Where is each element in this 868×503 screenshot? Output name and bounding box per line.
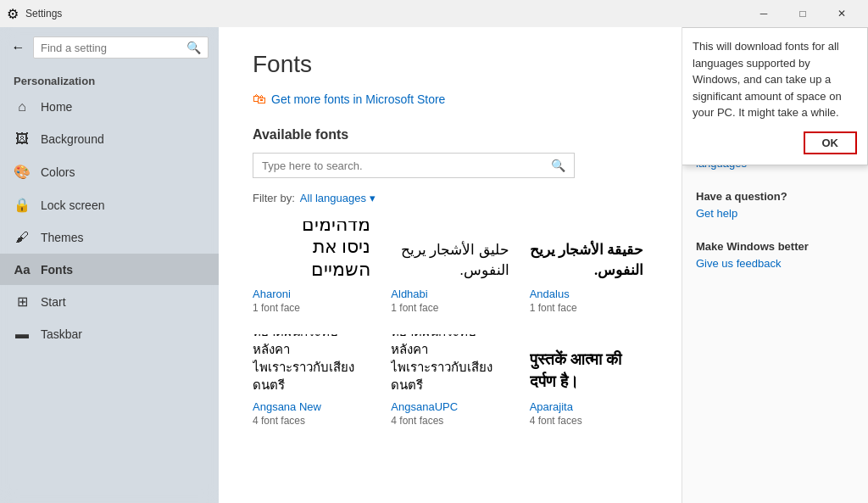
sidebar-item-label-lock: Lock screen	[41, 198, 104, 212]
font-faces-andalus: 1 font face	[530, 302, 648, 314]
sidebar-item-label-fonts: Fonts	[41, 263, 73, 277]
font-preview-aparajita: पुस्तकें आत्मा कीदर्पण है।	[530, 334, 648, 394]
font-name-andalus: Andalus	[530, 288, 648, 300]
tooltip-message: This will download fonts for all languag…	[693, 38, 857, 121]
sidebar-item-home[interactable]: ⌂ Home	[0, 91, 219, 123]
title-bar: ⚙ Settings ─ □ ✕	[0, 0, 868, 27]
font-preview-aharoni: זיקוקין מדהימיםניסו את השמיים	[253, 221, 370, 281]
search-input[interactable]	[41, 42, 183, 54]
sidebar-item-label-start: Start	[41, 295, 66, 309]
sidebar-item-themes[interactable]: 🖌 Themes	[0, 221, 219, 254]
store-link[interactable]: 🛍 Get more fonts in Microsoft Store	[253, 92, 648, 107]
filter-bar: Filter by: All languages ▾	[253, 192, 648, 204]
sidebar-item-background[interactable]: 🖼 Background	[0, 123, 219, 155]
font-card-aharoni[interactable]: זיקוקין מדהימיםניסו את השמיים Aharoni 1 …	[253, 221, 370, 314]
font-preview-andalus: حقيقة الأشجار يريحالنفوس.	[530, 221, 648, 281]
font-faces-angsana-new: 4 font faces	[253, 415, 370, 427]
chevron-down-icon: ▾	[370, 192, 376, 204]
filter-dropdown[interactable]: All languages ▾	[300, 192, 376, 204]
tooltip-ok-button[interactable]: OK	[804, 131, 858, 154]
sidebar-section-title: Personalization	[0, 68, 219, 91]
get-help-link[interactable]: Get help	[696, 207, 737, 220]
sidebar-item-label-taskbar: Taskbar	[41, 327, 82, 341]
filter-value: All languages	[300, 192, 366, 204]
lock-icon: 🔒	[14, 197, 31, 213]
font-faces-aharoni: 1 font face	[253, 302, 370, 314]
page-title: Fonts	[253, 51, 648, 78]
sidebar-item-start[interactable]: ⊞ Start	[0, 285, 219, 318]
start-icon: ⊞	[14, 293, 31, 310]
font-name-aldhabi: Aldhabi	[391, 288, 509, 300]
font-preview-aldhabi: حليق الأشجار يريح النفوس.	[391, 221, 509, 281]
font-name-aharoni: Aharoni	[253, 288, 370, 300]
sidebar-item-taskbar[interactable]: ▬ Taskbar	[0, 318, 219, 350]
fonts-grid: זיקוקין מדהימיםניסו את השמיים Aharoni 1 …	[253, 221, 648, 427]
home-icon: ⌂	[14, 99, 31, 115]
title-bar-controls: ─ □ ✕	[744, 0, 861, 27]
taskbar-icon: ▬	[14, 327, 31, 342]
search-container: 🔍	[33, 36, 209, 59]
sidebar-item-label-colors: Colors	[41, 165, 75, 179]
filter-label: Filter by:	[253, 192, 295, 204]
font-name-angsanaupc: AngsanaUPC	[391, 400, 509, 413]
window-title: Settings	[25, 8, 62, 20]
fonts-search-box: 🔍	[253, 153, 575, 178]
main-content: Fonts 🛍 Get more fonts in Microsoft Stor…	[219, 27, 682, 503]
search-icon: 🔍	[186, 41, 201, 54]
right-panel: This will download fonts for all languag…	[682, 27, 868, 503]
close-button[interactable]: ✕	[822, 0, 861, 27]
colors-icon: 🎨	[14, 164, 31, 180]
store-icon: 🛍	[253, 92, 266, 107]
font-card-aldhabi[interactable]: حليق الأشجار يريح النفوس. Aldhabi 1 font…	[391, 221, 509, 314]
sidebar-item-label-background: Background	[41, 132, 104, 146]
app-body: ← 🔍 Personalization ⌂ Home 🖼 Background …	[0, 27, 868, 503]
font-card-angsanaupc[interactable]: หยาดฝนกระทบหลังคาไพเราะราวกับเสียงดนตรี …	[391, 334, 509, 427]
font-preview-angsana-new: หยาดฝนกระทบหลังคาไพเราะราวกับเสียงดนตรี	[253, 334, 370, 394]
tooltip-popup: This will download fonts for all languag…	[682, 27, 868, 165]
background-icon: 🖼	[14, 131, 31, 147]
make-windows-better-label: Make Windows better	[696, 240, 854, 253]
font-card-andalus[interactable]: حقيقة الأشجار يريحالنفوس. Andalus 1 font…	[530, 221, 648, 314]
minimize-button[interactable]: ─	[744, 0, 783, 27]
sidebar-item-lock-screen[interactable]: 🔒 Lock screen	[0, 188, 219, 221]
app-icon: ⚙	[7, 6, 19, 22]
available-fonts-label: Available fonts	[253, 127, 648, 143]
font-faces-aldhabi: 1 font face	[391, 302, 509, 314]
font-faces-angsanaupc: 4 font faces	[391, 415, 509, 427]
sidebar: ← 🔍 Personalization ⌂ Home 🖼 Background …	[0, 27, 219, 503]
fonts-icon: Aa	[14, 262, 31, 277]
font-faces-aparajita: 4 font faces	[530, 415, 648, 427]
back-button[interactable]: ←	[10, 34, 26, 61]
sidebar-item-label-home: Home	[41, 100, 72, 114]
font-name-angsana-new: Angsana New	[253, 400, 370, 413]
have-question-label: Have a question?	[696, 190, 854, 203]
sidebar-item-fonts[interactable]: Aa Fonts	[0, 254, 219, 285]
sidebar-item-label-themes: Themes	[41, 231, 84, 244]
sidebar-nav-top: ← 🔍	[0, 27, 219, 68]
give-feedback-link[interactable]: Give us feedback	[696, 257, 781, 270]
font-card-aparajita[interactable]: पुस्तकें आत्मा कीदर्पण है। Aparajita 4 f…	[530, 334, 648, 427]
search-magnifier-icon: 🔍	[551, 159, 565, 172]
font-card-angsana-new[interactable]: หยาดฝนกระทบหลังคาไพเราะราวกับเสียงดนตรี …	[253, 334, 370, 427]
store-link-text: Get more fonts in Microsoft Store	[271, 92, 445, 106]
maximize-button[interactable]: □	[783, 0, 822, 27]
sidebar-item-colors[interactable]: 🎨 Colors	[0, 155, 219, 188]
font-name-aparajita: Aparajita	[530, 400, 648, 413]
themes-icon: 🖌	[14, 230, 31, 245]
fonts-search-input[interactable]	[262, 159, 544, 172]
font-preview-angsanaupc: หยาดฝนกระทบหลังคาไพเราะราวกับเสียงดนตรี	[391, 334, 509, 394]
